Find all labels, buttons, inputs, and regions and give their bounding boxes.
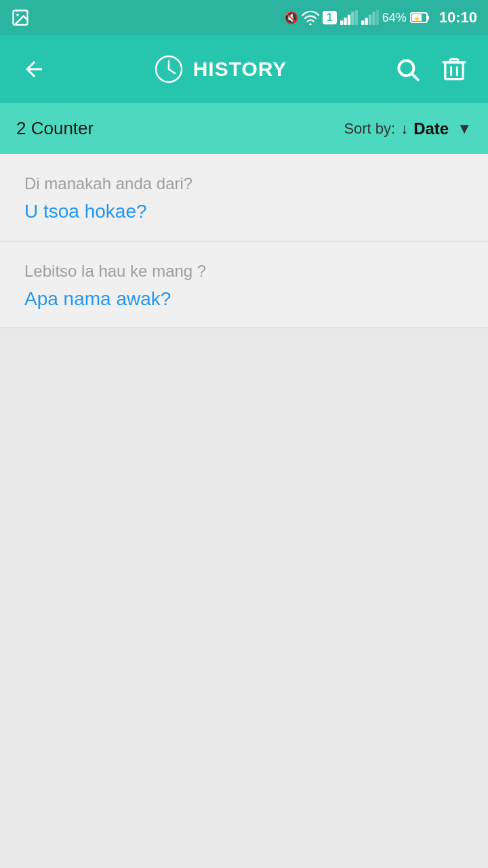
status-bar: 🔇 1 64% [0,0,488,35]
svg-rect-14 [427,16,429,20]
sim-badge: 1 [323,11,337,24]
delete-button[interactable] [436,51,472,87]
image-icon [11,8,30,27]
signal-icon [340,10,358,25]
battery-percent: 64% [382,11,407,25]
sub-header: 2 Counter Sort by: ↓ Date ▼ [0,103,488,154]
history-list: Di manakah anda dari? U tsoa hokae? Lebi… [0,154,488,328]
sort-by-label: Sort by: [344,120,395,138]
counter-label: 2 Counter [16,118,94,139]
signal2-icon [361,10,379,25]
svg-point-2 [309,23,311,25]
back-button[interactable] [16,52,52,87]
item-source-1: Di manakah anda dari? [24,173,464,194]
status-time: 10:10 [439,9,477,26]
svg-rect-4 [344,18,346,25]
app-bar-title: HISTORY [193,58,287,81]
svg-rect-11 [372,12,375,25]
item-translation-2: Apa nama awak? [24,287,464,311]
app-bar-actions [389,51,472,87]
svg-rect-5 [348,15,350,25]
sort-section[interactable]: Sort by: ↓ Date ▼ [344,119,472,138]
item-source-2: Lebitso la hau ke mang ? [24,260,464,281]
status-bar-left-icons [11,8,30,27]
wifi-icon [302,10,319,25]
svg-rect-9 [365,18,367,25]
svg-rect-8 [361,20,364,25]
item-translation-1: U tsoa hokae? [24,199,464,224]
list-item[interactable]: Lebitso la hau ke mang ? Apa nama awak? [0,241,488,329]
svg-line-21 [412,74,418,80]
search-icon [394,56,420,82]
sort-value: Date [413,119,449,138]
status-icons-right: 🔇 1 64% [284,9,477,26]
dropdown-icon: ▼ [457,120,472,138]
svg-point-1 [16,14,19,16]
back-icon [22,57,46,81]
search-button[interactable] [389,51,426,87]
svg-rect-10 [369,15,371,25]
list-item[interactable]: Di manakah anda dari? U tsoa hokae? [0,154,488,241]
svg-rect-7 [354,10,357,25]
app-bar: HISTORY [0,35,488,103]
battery-icon: ⚡ [410,11,430,24]
svg-rect-12 [375,10,378,25]
svg-rect-22 [445,62,463,79]
sort-arrow-icon: ↓ [401,120,408,138]
trash-icon [442,56,466,82]
svg-line-19 [169,69,175,73]
app-bar-center: HISTORY [154,54,287,84]
svg-text:⚡: ⚡ [413,15,421,23]
mute-icon: 🔇 [284,11,298,25]
history-clock-icon [154,54,184,84]
svg-rect-3 [340,20,343,25]
svg-rect-6 [351,12,354,25]
